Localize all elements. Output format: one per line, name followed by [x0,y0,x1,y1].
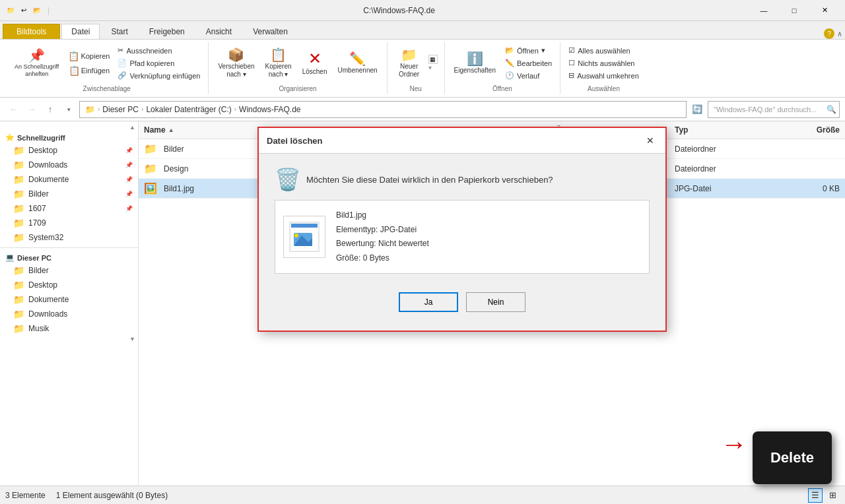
dialog-header-row: 🗑️ Möchten Sie diese Datei wirklich in d… [275,167,650,192]
svg-point-5 [294,234,298,237]
file-detail-rating: Bewertung: Nicht bewertet [336,237,429,251]
image-preview-icon [288,221,320,253]
file-thumbnail [283,216,325,258]
delete-dialog: Datei löschen ✕ 🗑️ Möchten Sie diese Dat… [257,127,667,332]
ja-button[interactable]: Ja [399,292,458,312]
dialog-title: Datei löschen [267,136,323,146]
dialog-title-bar: Datei löschen ✕ [259,128,665,154]
file-detail-name: Bild1.jpg [336,208,429,223]
nein-button[interactable]: Nein [466,292,525,312]
dialog-body: 🗑️ Möchten Sie diese Datei wirklich in d… [259,154,665,331]
arrow-indicator: ← [721,429,747,459]
file-detail-type: Elementtyp: JPG-Datei [336,223,429,237]
dialog-file-info: Bild1.jpg Elementtyp: JPG-Datei Bewertun… [275,200,650,274]
file-detail-size: Größe: 0 Bytes [336,251,429,266]
dialog-question: Möchten Sie diese Datei wirklich in den … [306,175,553,185]
dialog-overlay: Datei löschen ✕ 🗑️ Möchten Sie diese Dat… [0,0,845,504]
dialog-buttons: Ja Nein [275,287,650,317]
delete-key-badge: Delete [753,431,832,484]
svg-rect-1 [291,224,318,228]
file-details: Bild1.jpg Elementtyp: JPG-Datei Bewertun… [336,208,429,265]
recycle-icon: 🗑️ [275,167,301,192]
dialog-close-button[interactable]: ✕ [643,133,658,148]
